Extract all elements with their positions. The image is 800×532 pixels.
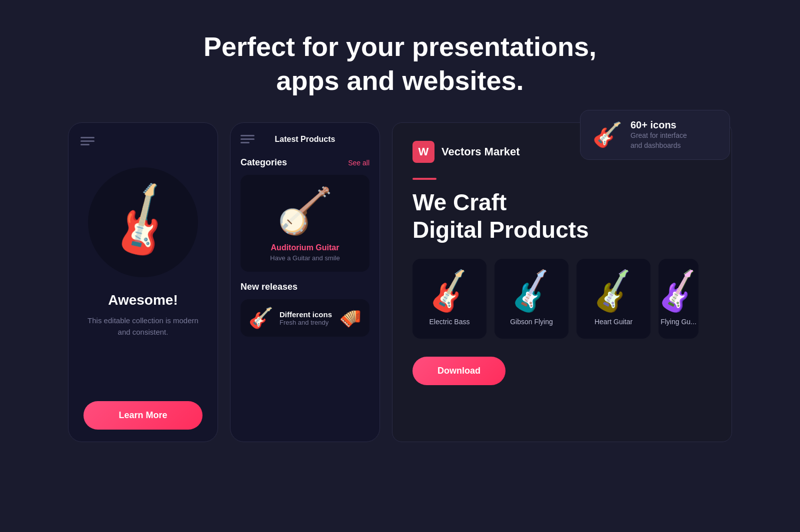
product-desc: Have a Guitar and smile	[270, 254, 340, 262]
phone-2-header-title: Latest Products	[275, 135, 336, 144]
awesome-desc: This editable collection is modern and c…	[80, 315, 206, 338]
main-guitar-icon: 🎸	[97, 177, 188, 267]
release-text: Different icons Fresh and trendy	[280, 310, 332, 326]
phone-2-header: Latest Products	[240, 133, 370, 145]
brand-logo: W	[412, 141, 434, 163]
product-name: Auditorium Guitar	[271, 243, 340, 252]
categories-row: Categories See all	[240, 157, 370, 168]
cards-row: 🎸 Awesome! This editable collection is m…	[0, 122, 800, 442]
web-card: W Vectors Market We Craft Digital Produc…	[392, 122, 732, 442]
electric-bass-card: 🎸 Electric Bass	[412, 259, 486, 339]
hamburger-line-3	[80, 144, 90, 145]
new-releases-label: New releases	[240, 282, 370, 292]
awesome-title: Awesome!	[108, 292, 178, 308]
flying-gu-label: Flying Gu...	[660, 318, 696, 326]
phone-card-1: 🎸 Awesome! This editable collection is m…	[68, 122, 218, 442]
see-all-link[interactable]: See all	[348, 159, 370, 167]
guitar-product-card: 🪕 Auditorium Guitar Have a Guitar and sm…	[240, 175, 370, 272]
guitar-icons-row: 🎸 Electric Bass 🎸 Gibson Flying 🎸 Heart …	[412, 259, 712, 339]
badge-guitar-icon: 🎸	[592, 121, 622, 149]
badge-title: 60+ icons	[630, 119, 687, 131]
menu-icon-2	[240, 133, 254, 145]
electric-bass-icon: 🎸	[423, 267, 476, 318]
hamburger-line-5	[240, 138, 254, 140]
hamburger-line-6	[240, 142, 250, 143]
ukulele-icon: 🪕	[277, 185, 333, 237]
categories-label: Categories	[240, 157, 287, 168]
heart-guitar-icon: 🎸	[587, 267, 640, 318]
badge-desc: Great for interface and dashboards	[630, 131, 687, 150]
gibson-flying-label: Gibson Flying	[510, 318, 553, 326]
release-thumb-icon: 🪗	[339, 308, 362, 329]
electric-bass-label: Electric Bass	[430, 318, 470, 326]
release-name: Different icons	[280, 310, 332, 319]
hero-title: Perfect for your presentations, apps and…	[0, 0, 800, 122]
hamburger-line-1	[80, 137, 94, 138]
brand-name: Vectors Market	[442, 145, 520, 158]
craft-title: We Craft Digital Products	[412, 189, 712, 244]
learn-more-button[interactable]: Learn More	[84, 401, 202, 430]
release-sub: Fresh and trendy	[280, 319, 332, 326]
hamburger-line-4	[240, 135, 254, 136]
flying-gu-icon: 🎸	[658, 267, 698, 318]
flying-gu-card: 🎸 Flying Gu...	[658, 259, 698, 339]
new-release-item: 🎸 Different icons Fresh and trendy 🪗	[240, 299, 370, 337]
download-button[interactable]: Download	[412, 357, 506, 385]
gibson-flying-card: 🎸 Gibson Flying	[494, 259, 568, 339]
gibson-flying-icon: 🎸	[505, 267, 558, 318]
guitar-circle: 🎸	[88, 167, 198, 277]
heart-guitar-card: 🎸 Heart Guitar	[576, 259, 650, 339]
menu-icon	[80, 135, 94, 147]
heart-guitar-label: Heart Guitar	[594, 318, 632, 326]
badge-text: 60+ icons Great for interface and dashbo…	[630, 119, 687, 150]
release-bass-icon: 🎸	[248, 306, 274, 330]
floating-badge: 🎸 60+ icons Great for interface and dash…	[580, 110, 730, 160]
phone-card-2: Latest Products Categories See all 🪕 Aud…	[230, 122, 380, 442]
red-bar	[412, 178, 436, 180]
hamburger-line-2	[80, 140, 94, 142]
